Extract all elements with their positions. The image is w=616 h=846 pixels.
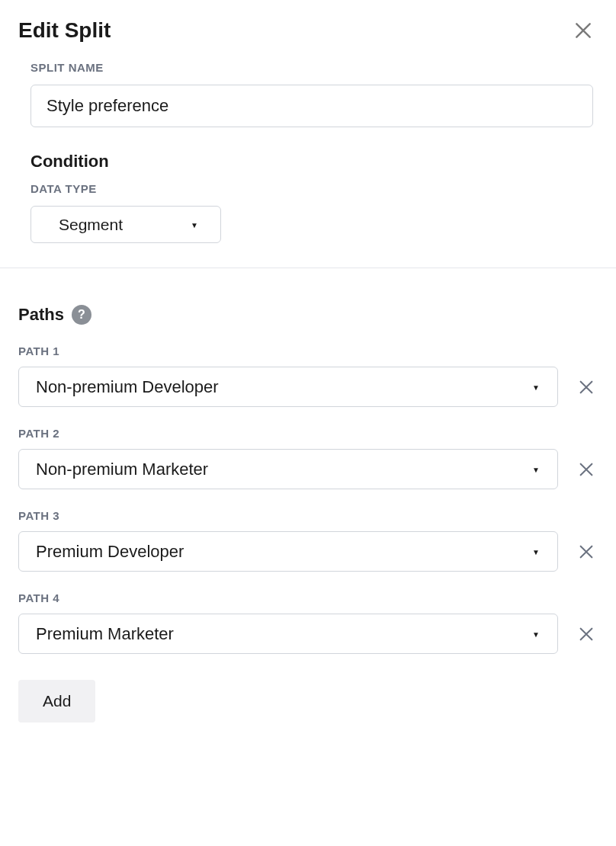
close-icon	[573, 21, 593, 40]
split-name-input[interactable]	[30, 85, 593, 127]
data-type-select[interactable]: Segment	[30, 206, 221, 243]
remove-path-button[interactable]	[575, 376, 598, 399]
path-select[interactable]: Non-premium Developer	[18, 367, 558, 407]
close-icon	[578, 626, 595, 643]
split-name-label: SPLIT NAME	[30, 61, 593, 74]
path-label: PATH 4	[18, 591, 598, 604]
paths-heading: Paths	[18, 305, 64, 325]
close-icon	[578, 543, 595, 560]
close-icon	[578, 379, 595, 396]
path-label: PATH 1	[18, 344, 598, 357]
close-icon	[578, 461, 595, 478]
path-label: PATH 3	[18, 509, 598, 522]
remove-path-button[interactable]	[575, 458, 598, 481]
remove-path-button[interactable]	[575, 623, 598, 646]
data-type-label: DATA TYPE	[30, 182, 593, 195]
help-icon[interactable]: ?	[72, 305, 91, 325]
close-button[interactable]	[573, 21, 593, 40]
page-title: Edit Split	[18, 18, 111, 43]
path-select[interactable]: Premium Marketer	[18, 614, 558, 654]
condition-heading: Condition	[30, 152, 593, 171]
add-path-button[interactable]: Add	[18, 680, 95, 723]
path-select[interactable]: Premium Developer	[18, 531, 558, 572]
path-select[interactable]: Non-premium Marketer	[18, 449, 558, 489]
path-label: PATH 2	[18, 427, 598, 440]
remove-path-button[interactable]	[575, 540, 598, 563]
